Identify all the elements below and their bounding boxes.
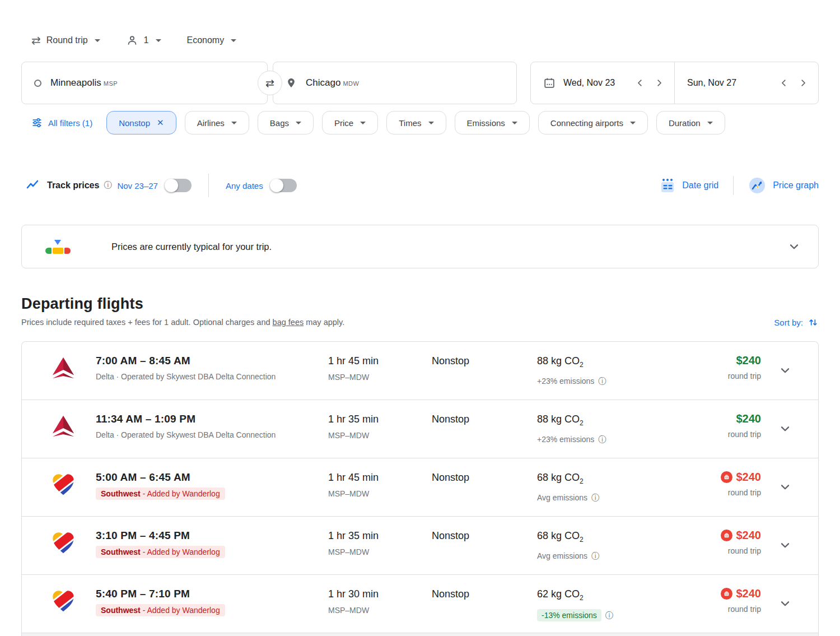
expand-flight-button[interactable] bbox=[761, 529, 809, 553]
departure-next-day-button[interactable] bbox=[654, 78, 664, 88]
chevron-down-icon bbox=[778, 480, 792, 494]
search-row: MinneapolisMSP ⇄ ChicagoMDW Wed, Nov 23 … bbox=[21, 62, 819, 104]
trip-type-label: Round trip bbox=[46, 35, 88, 45]
flight-co2: 88 kg CO2 bbox=[537, 354, 678, 372]
price-insight-banner[interactable]: Prices are currently typical for your tr… bbox=[21, 225, 819, 268]
flight-co2: 62 kg CO2 bbox=[537, 587, 678, 605]
google-flights-page: ⇄ Round trip 1 Economy MinneapolisMSP ⇄ … bbox=[0, 30, 840, 636]
trip-options-bar: ⇄ Round trip 1 Economy bbox=[31, 30, 819, 50]
return-prev-day-button[interactable] bbox=[779, 78, 789, 88]
return-next-day-button[interactable] bbox=[798, 78, 808, 88]
round-trip-icon: ⇄ bbox=[31, 34, 41, 47]
price-level-gauge-icon bbox=[45, 239, 71, 254]
flight-co2: 88 kg CO2 bbox=[537, 412, 678, 430]
flight-carrier: Delta · Operated by Skywest DBA Delta Co… bbox=[96, 372, 328, 381]
filter-chip-airlines[interactable]: Airlines bbox=[185, 111, 249, 134]
info-icon[interactable]: ⓘ bbox=[591, 551, 599, 561]
flight-row-southwest-310pm[interactable]: 3:10 PM – 4:45 PM Southwest - Added by W… bbox=[22, 517, 818, 575]
flight-emissions: +23% emissions bbox=[537, 434, 594, 444]
flight-duration: 1 hr 30 min bbox=[328, 587, 432, 601]
sort-by-label: Sort by: bbox=[774, 318, 803, 327]
person-icon bbox=[126, 34, 138, 47]
expand-flight-button[interactable] bbox=[761, 471, 809, 494]
departing-flights-list: 7:00 AM – 8:45 AM Delta · Operated by Sk… bbox=[21, 341, 819, 636]
passenger-selector[interactable]: 1 bbox=[126, 34, 161, 47]
bag-fee-icon bbox=[721, 530, 732, 541]
flight-duration: 1 hr 45 min bbox=[328, 471, 432, 484]
filter-chip-duration[interactable]: Duration bbox=[656, 111, 725, 134]
departure-date-field[interactable]: Wed, Nov 23 bbox=[531, 62, 674, 104]
flight-price: $240 bbox=[721, 471, 762, 484]
info-icon[interactable]: ⓘ bbox=[598, 434, 606, 444]
any-dates-toggle[interactable] bbox=[271, 179, 297, 192]
all-filters-button[interactable]: All filters (1) bbox=[31, 117, 92, 128]
info-icon[interactable]: ⓘ bbox=[598, 376, 606, 386]
divider bbox=[208, 174, 209, 197]
sort-by-button[interactable]: Sort by: bbox=[774, 317, 819, 328]
flight-row-delta-1134am[interactable]: 11:34 AM – 1:09 PM Delta · Operated by S… bbox=[22, 400, 818, 458]
filter-chip-nonstop[interactable]: Nonstop ✕ bbox=[106, 111, 176, 134]
expand-flight-button[interactable] bbox=[761, 412, 809, 436]
price-graph-label: Price graph bbox=[773, 180, 819, 191]
price-graph-button[interactable]: Price graph bbox=[748, 177, 819, 194]
page-title: Departing flights bbox=[21, 295, 819, 313]
flight-row-delta-700am[interactable]: 7:00 AM – 8:45 AM Delta · Operated by Sk… bbox=[22, 342, 818, 400]
all-filters-label: All filters (1) bbox=[48, 118, 92, 128]
origin-input[interactable]: MinneapolisMSP bbox=[21, 62, 268, 104]
info-icon[interactable]: ⓘ bbox=[104, 180, 111, 191]
chevron-down-icon bbox=[707, 122, 713, 124]
calendar-icon bbox=[543, 77, 556, 89]
flight-route: MSP–MDW bbox=[328, 489, 432, 499]
flight-price: $240 bbox=[736, 412, 762, 425]
destination-input[interactable]: ChicagoMDW bbox=[273, 62, 517, 104]
filter-chip-connecting-airports[interactable]: Connecting airports bbox=[538, 111, 648, 134]
expand-flight-button[interactable] bbox=[761, 587, 809, 611]
close-icon[interactable]: ✕ bbox=[157, 118, 164, 128]
date-grid-label: Date grid bbox=[682, 180, 718, 191]
price-note: round trip bbox=[678, 546, 761, 555]
price-note: round trip bbox=[678, 488, 761, 497]
swap-locations-button[interactable]: ⇄ bbox=[258, 71, 282, 95]
flight-co2: 68 kg CO2 bbox=[537, 471, 678, 488]
filter-chip-price[interactable]: Price bbox=[322, 111, 378, 134]
chevron-down-icon bbox=[231, 122, 237, 124]
filter-chip-bags[interactable]: Bags bbox=[258, 111, 314, 134]
price-note: round trip bbox=[678, 605, 761, 614]
departure-prev-day-button[interactable] bbox=[635, 78, 645, 88]
origin-circle-icon bbox=[34, 80, 41, 87]
flight-row-southwest-540pm[interactable]: 5:40 PM – 7:10 PM Southwest - Added by W… bbox=[22, 575, 818, 633]
track-prices-bar: Track prices ⓘ Nov 23–27 Any dates Date … bbox=[26, 173, 819, 198]
banner-expand-button[interactable] bbox=[787, 239, 801, 254]
chevron-down-icon bbox=[156, 39, 161, 42]
chevron-down-icon bbox=[360, 122, 366, 124]
return-date: Sun, Nov 27 bbox=[687, 78, 736, 88]
next-row-edge bbox=[22, 633, 818, 636]
passenger-count: 1 bbox=[144, 35, 149, 45]
departure-date: Wed, Nov 23 bbox=[563, 78, 615, 88]
view-tools: Date grid Price graph bbox=[660, 176, 819, 195]
filter-chip-times[interactable]: Times bbox=[386, 111, 446, 134]
cabin-class-label: Economy bbox=[187, 35, 225, 45]
flight-row-southwest-500am[interactable]: 5:00 AM – 6:45 AM Southwest - Added by W… bbox=[22, 458, 818, 517]
date-grid-button[interactable]: Date grid bbox=[660, 178, 718, 193]
track-prices-toggle[interactable] bbox=[166, 179, 192, 192]
chevron-down-icon bbox=[778, 421, 792, 436]
delta-logo bbox=[50, 355, 76, 381]
chevron-down-icon bbox=[778, 538, 792, 553]
pricing-disclaimer: Prices include required taxes + fees for… bbox=[21, 318, 344, 327]
price-note: round trip bbox=[678, 430, 761, 439]
trip-type-selector[interactable]: ⇄ Round trip bbox=[31, 34, 100, 47]
info-icon[interactable]: ⓘ bbox=[605, 610, 613, 620]
info-icon[interactable]: ⓘ bbox=[591, 493, 599, 503]
cabin-class-selector[interactable]: Economy bbox=[187, 35, 237, 45]
bag-fees-link[interactable]: bag fees bbox=[273, 318, 304, 327]
southwest-logo bbox=[50, 588, 76, 614]
flight-times: 5:00 AM – 6:45 AM bbox=[96, 471, 328, 484]
flight-stops: Nonstop bbox=[432, 354, 537, 368]
filter-chip-emissions[interactable]: Emissions bbox=[455, 111, 530, 134]
expand-flight-button[interactable] bbox=[761, 354, 809, 378]
date-range-picker: Wed, Nov 23 Sun, Nov 27 bbox=[530, 62, 819, 104]
return-date-field[interactable]: Sun, Nov 27 bbox=[674, 62, 818, 104]
origin-airport-code: MSP bbox=[104, 80, 118, 87]
track-date-range: Nov 23–27 bbox=[117, 181, 158, 191]
